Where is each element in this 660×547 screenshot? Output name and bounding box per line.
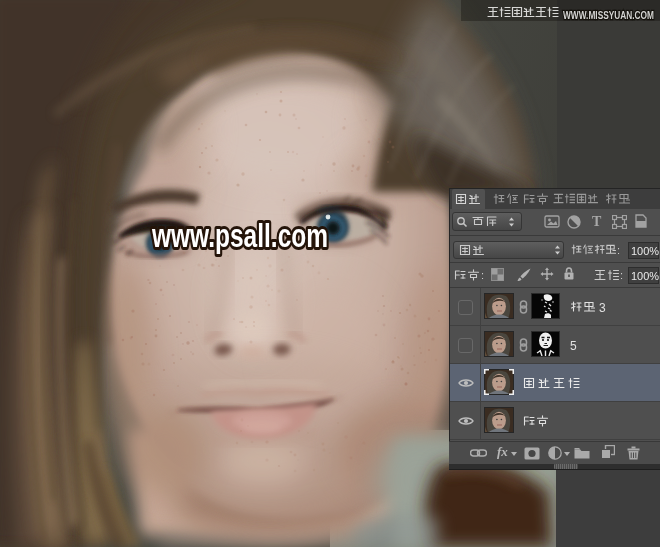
svg-text:T: T xyxy=(592,214,602,229)
svg-text:www.psall.com: www.psall.com xyxy=(151,216,328,254)
svg-text:WWW.MISSYUAN.COM: WWW.MISSYUAN.COM xyxy=(563,9,654,21)
